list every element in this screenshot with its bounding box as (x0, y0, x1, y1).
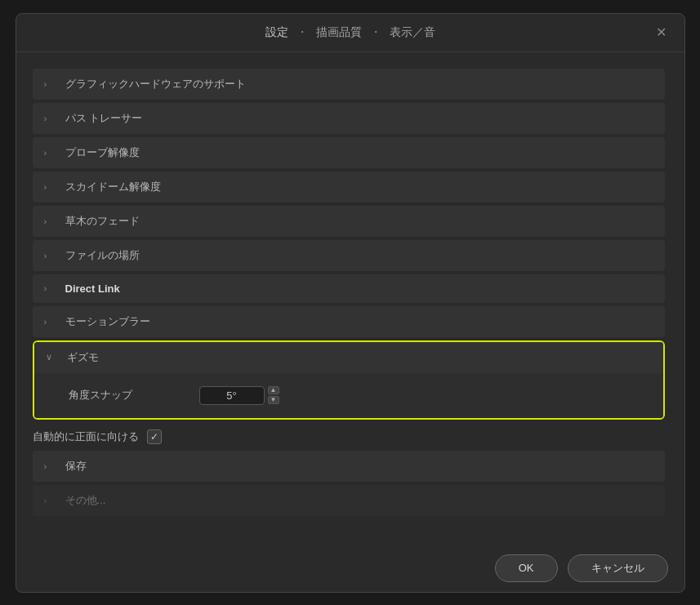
section-probe-resolution-label: プローブ解像度 (65, 145, 140, 160)
chevron-icon: › (44, 283, 54, 293)
section-motion-blur-label: モーションブラー (65, 314, 150, 329)
section-direct-link[interactable]: › Direct Link (33, 274, 665, 303)
angle-snap-row: 角度スナップ ▲ ▼ (46, 381, 652, 410)
section-more-label: その他... (65, 493, 106, 508)
chevron-icon: › (44, 79, 54, 89)
gizmo-content: 角度スナップ ▲ ▼ (34, 373, 663, 418)
chevron-icon: › (44, 461, 54, 471)
dialog-header: 設定 ・ 描画品質 ・ 表示／音 ✕ (16, 14, 684, 52)
cancel-button[interactable]: キャンセル (568, 554, 668, 582)
header-sep2: ・ (370, 25, 381, 40)
header-nav1: 描画品質 (316, 25, 362, 40)
spinner-up-button[interactable]: ▲ (268, 386, 279, 394)
chevron-icon: › (44, 251, 54, 260)
ok-button[interactable]: OK (495, 554, 558, 582)
dialog-body: › グラフィックハードウェアのサポート › パス トレーサー › プローブ解像度… (16, 52, 684, 545)
section-gizmo-expanded: ∨ ギズモ 角度スナップ ▲ ▼ (33, 340, 665, 420)
chevron-down-icon: ∨ (46, 352, 56, 363)
section-skydome-resolution[interactable]: › スカイドーム解像度 (33, 171, 665, 202)
section-gizmo-label: ギズモ (67, 350, 99, 365)
section-path-tracer-label: パス トレーサー (65, 111, 143, 126)
chevron-icon: › (44, 182, 54, 192)
close-button[interactable]: ✕ (652, 23, 671, 42)
chevron-icon: › (44, 496, 54, 505)
section-skydome-resolution-label: スカイドーム解像度 (65, 180, 161, 194)
section-foliage-fade[interactable]: › 草木のフェード (33, 206, 665, 237)
section-direct-link-label: Direct Link (65, 282, 120, 295)
section-graphics-hardware[interactable]: › グラフィックハードウェアのサポート (33, 69, 665, 100)
chevron-icon: › (44, 216, 54, 226)
angle-snap-spinner: ▲ ▼ (268, 386, 279, 404)
section-file-location-label: ファイルの場所 (65, 248, 140, 263)
auto-face-forward-checkbox[interactable]: ✓ (147, 429, 162, 444)
section-motion-blur[interactable]: › モーションブラー (33, 306, 665, 337)
section-more[interactable]: › その他... (33, 485, 665, 516)
header-settings: 設定 (265, 25, 288, 40)
header-title: 設定 ・ 描画品質 ・ 表示／音 (265, 25, 435, 40)
chevron-icon: › (44, 148, 54, 158)
settings-dialog: 設定 ・ 描画品質 ・ 表示／音 ✕ › グラフィックハードウェアのサポート ›… (16, 13, 685, 593)
section-probe-resolution[interactable]: › プローブ解像度 (33, 137, 665, 168)
angle-snap-control: ▲ ▼ (199, 386, 279, 405)
chevron-icon: › (44, 317, 54, 327)
dialog-footer: OK キャンセル (16, 545, 684, 592)
section-save-label: 保存 (65, 459, 87, 474)
section-foliage-fade-label: 草木のフェード (65, 214, 140, 229)
angle-snap-label: 角度スナップ (69, 388, 199, 403)
angle-snap-input[interactable] (199, 386, 265, 405)
header-nav2: 表示／音 (390, 25, 435, 40)
section-file-location[interactable]: › ファイルの場所 (33, 240, 665, 271)
section-gizmo-header[interactable]: ∨ ギズモ (34, 342, 663, 373)
section-graphics-hardware-label: グラフィックハードウェアのサポート (65, 77, 246, 91)
scroll-area[interactable]: › グラフィックハードウェアのサポート › パス トレーサー › プローブ解像度… (33, 69, 668, 536)
header-sep1: ・ (296, 25, 308, 40)
auto-face-forward-label: 自動的に正面に向ける (33, 429, 139, 444)
chevron-icon: › (44, 113, 54, 123)
section-path-tracer[interactable]: › パス トレーサー (33, 103, 665, 134)
auto-face-forward-row: 自動的に正面に向ける ✓ (33, 423, 665, 451)
spinner-down-button[interactable]: ▼ (268, 396, 279, 404)
section-save[interactable]: › 保存 (33, 451, 665, 482)
